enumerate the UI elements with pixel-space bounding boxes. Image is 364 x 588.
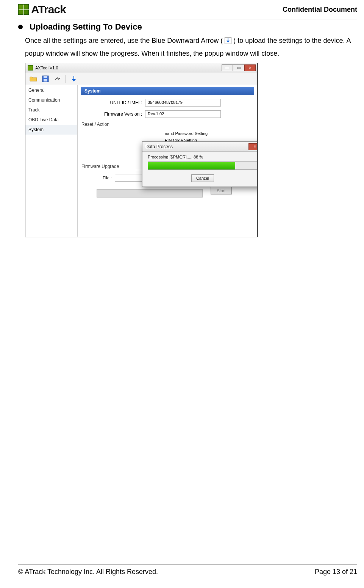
start-button[interactable]: Start [211,187,232,194]
popup-cancel-button[interactable]: Cancel [191,174,214,182]
download-arrow-icon[interactable] [70,75,78,83]
sidebar-item-communication[interactable]: Communication [25,95,77,105]
sidebar-item-general[interactable]: General [25,85,77,95]
download-arrow-icon [225,37,231,44]
line-password-setting: nand Password Setting [165,131,253,136]
window-title: AXTool V1.0 [35,66,58,70]
window-maximize-button[interactable]: ▭ [233,64,244,71]
svg-rect-1 [44,76,47,78]
firmware-progress-bar [97,189,203,198]
confidential-label: Confidential Document [283,6,357,14]
open-folder-icon[interactable] [29,75,37,83]
toolbar [25,72,257,85]
window-titlebar: AXTool V1.0 — ▭ ✕ [25,63,257,72]
window-minimize-button[interactable]: — [222,64,233,71]
app-screenshot: AXTool V1.0 — ▭ ✕ [25,63,258,237]
firmware-version-field[interactable]: Rev.1.02 [145,110,221,118]
para-part-1: Once all the settings are entered, use t… [25,37,223,44]
footer-page: Page 13 of 21 [315,568,357,576]
logo-mark-icon [18,4,29,15]
bullet-icon [18,25,23,29]
popup-progress-text: Processing [$PMGR]......88 % [148,155,258,159]
section-paragraph: Once all the settings are entered, use t… [25,34,357,60]
toolbar-separator [66,75,66,83]
header-rule [18,19,357,19]
panel-title: System [81,87,254,95]
popup-progress-bar [148,162,258,170]
svg-rect-2 [44,79,47,82]
window-close-button[interactable]: ✕ [244,64,256,71]
sidebar-item-obd[interactable]: OBD Live Data [25,115,77,125]
group-reset-action: Reset / Action [81,122,253,128]
footer-copyright: © ATrack Technology Inc. All Rights Rese… [18,568,158,576]
sidebar-item-system[interactable]: System [25,125,77,135]
logo-text: ATrack [31,3,66,16]
popup-title: Data Process [145,144,173,149]
file-label: File : [97,176,112,180]
sidebar: General Communication Track OBD Live Dat… [25,85,78,237]
section-title: Uploading Setting To Device [30,22,142,32]
sidebar-item-track[interactable]: Track [25,105,77,115]
content-area: System UNIT ID / IMEI : 354660048708179 … [78,85,257,237]
popup-progress-fill [148,162,235,169]
unit-id-field[interactable]: 354660048708179 [145,99,221,107]
logo: ATrack [18,3,66,16]
data-process-popup: Data Process ✕ Processing [$PMGR]......8… [142,141,258,187]
popup-close-button[interactable]: ✕ [248,143,258,150]
app-icon [28,65,33,71]
unit-id-label: UNIT ID / IMEI : [93,100,142,105]
firmware-version-label: Firmware Version : [93,111,142,117]
connector-icon[interactable] [53,75,62,83]
save-disk-icon[interactable] [41,75,50,83]
